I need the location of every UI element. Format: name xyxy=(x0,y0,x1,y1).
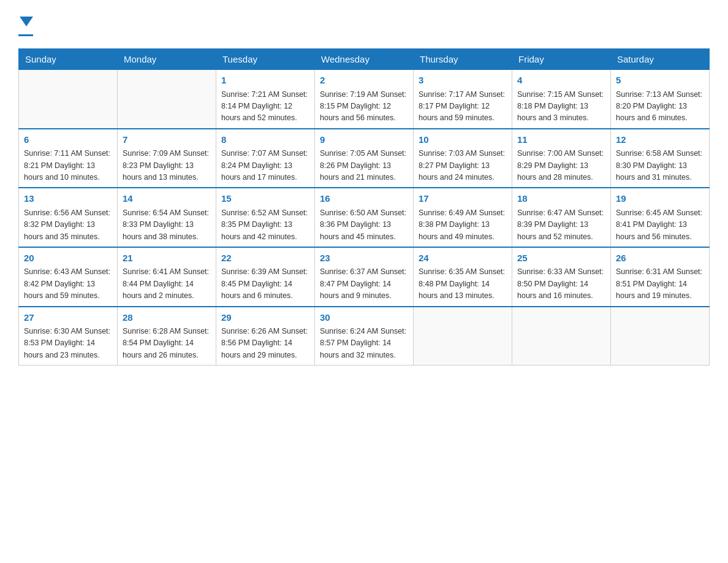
day-info: Sunrise: 7:11 AM Sunset: 8:21 PM Dayligh… xyxy=(24,148,112,183)
weekday-header-friday: Friday xyxy=(512,49,611,70)
day-number: 20 xyxy=(24,251,112,266)
weekday-header-saturday: Saturday xyxy=(611,49,710,70)
day-number: 12 xyxy=(616,133,704,147)
day-info: Sunrise: 7:13 AM Sunset: 8:20 PM Dayligh… xyxy=(616,89,704,124)
calendar-cell: 17Sunrise: 6:49 AM Sunset: 8:38 PM Dayli… xyxy=(414,188,512,247)
calendar-cell: 4Sunrise: 7:15 AM Sunset: 8:18 PM Daylig… xyxy=(512,70,611,129)
calendar-cell: 24Sunrise: 6:35 AM Sunset: 8:48 PM Dayli… xyxy=(414,247,512,307)
day-number: 18 xyxy=(517,192,605,206)
day-number: 9 xyxy=(320,133,408,147)
logo-triangle-icon xyxy=(20,17,33,26)
day-info: Sunrise: 6:39 AM Sunset: 8:45 PM Dayligh… xyxy=(221,266,309,302)
day-info: Sunrise: 7:03 AM Sunset: 8:27 PM Dayligh… xyxy=(419,148,507,183)
weekday-header-monday: Monday xyxy=(118,49,216,70)
day-info: Sunrise: 6:30 AM Sunset: 8:53 PM Dayligh… xyxy=(24,326,112,361)
week-row-3: 13Sunrise: 6:56 AM Sunset: 8:32 PM Dayli… xyxy=(19,188,710,247)
weekday-header-thursday: Thursday xyxy=(414,49,512,70)
day-info: Sunrise: 6:54 AM Sunset: 8:33 PM Dayligh… xyxy=(123,207,211,243)
day-info: Sunrise: 7:07 AM Sunset: 8:24 PM Dayligh… xyxy=(221,148,309,183)
day-info: Sunrise: 6:56 AM Sunset: 8:32 PM Dayligh… xyxy=(24,207,112,243)
day-number: 5 xyxy=(616,74,704,88)
calendar-cell: 12Sunrise: 6:58 AM Sunset: 8:30 PM Dayli… xyxy=(611,129,710,188)
calendar-cell: 29Sunrise: 6:26 AM Sunset: 8:56 PM Dayli… xyxy=(216,307,315,366)
day-number: 4 xyxy=(517,74,605,88)
weekday-header-row: SundayMondayTuesdayWednesdayThursdayFrid… xyxy=(19,49,710,70)
day-number: 1 xyxy=(221,74,309,88)
day-info: Sunrise: 6:58 AM Sunset: 8:30 PM Dayligh… xyxy=(616,148,704,183)
day-number: 28 xyxy=(123,311,211,325)
calendar-cell: 15Sunrise: 6:52 AM Sunset: 8:35 PM Dayli… xyxy=(216,188,315,247)
day-number: 30 xyxy=(320,311,408,325)
logo xyxy=(18,12,33,36)
calendar-cell: 2Sunrise: 7:19 AM Sunset: 8:15 PM Daylig… xyxy=(315,70,414,129)
day-number: 24 xyxy=(419,251,507,266)
day-number: 3 xyxy=(419,74,507,88)
day-info: Sunrise: 6:50 AM Sunset: 8:36 PM Dayligh… xyxy=(320,207,408,243)
calendar-cell: 5Sunrise: 7:13 AM Sunset: 8:20 PM Daylig… xyxy=(611,70,710,129)
calendar-cell: 25Sunrise: 6:33 AM Sunset: 8:50 PM Dayli… xyxy=(512,247,611,307)
day-info: Sunrise: 6:26 AM Sunset: 8:56 PM Dayligh… xyxy=(221,326,309,361)
calendar-cell xyxy=(118,70,216,129)
day-info: Sunrise: 6:33 AM Sunset: 8:50 PM Dayligh… xyxy=(517,266,605,302)
day-info: Sunrise: 7:09 AM Sunset: 8:23 PM Dayligh… xyxy=(123,148,211,183)
calendar-cell: 21Sunrise: 6:41 AM Sunset: 8:44 PM Dayli… xyxy=(118,247,216,307)
calendar-cell: 14Sunrise: 6:54 AM Sunset: 8:33 PM Dayli… xyxy=(118,188,216,247)
calendar-cell: 18Sunrise: 6:47 AM Sunset: 8:39 PM Dayli… xyxy=(512,188,611,247)
day-info: Sunrise: 6:49 AM Sunset: 8:38 PM Dayligh… xyxy=(419,207,507,243)
logo-underline xyxy=(18,34,33,36)
week-row-2: 6Sunrise: 7:11 AM Sunset: 8:21 PM Daylig… xyxy=(19,129,710,188)
calendar-cell: 3Sunrise: 7:17 AM Sunset: 8:17 PM Daylig… xyxy=(414,70,512,129)
day-info: Sunrise: 7:05 AM Sunset: 8:26 PM Dayligh… xyxy=(320,148,408,183)
week-row-1: 1Sunrise: 7:21 AM Sunset: 8:14 PM Daylig… xyxy=(19,70,710,129)
calendar-cell: 23Sunrise: 6:37 AM Sunset: 8:47 PM Dayli… xyxy=(315,247,414,307)
day-number: 19 xyxy=(616,192,704,206)
day-info: Sunrise: 7:21 AM Sunset: 8:14 PM Dayligh… xyxy=(221,89,309,124)
day-info: Sunrise: 7:00 AM Sunset: 8:29 PM Dayligh… xyxy=(517,148,605,183)
calendar-cell: 26Sunrise: 6:31 AM Sunset: 8:51 PM Dayli… xyxy=(611,247,710,307)
day-info: Sunrise: 6:24 AM Sunset: 8:57 PM Dayligh… xyxy=(320,326,408,361)
calendar-cell: 8Sunrise: 7:07 AM Sunset: 8:24 PM Daylig… xyxy=(216,129,315,188)
calendar-cell: 27Sunrise: 6:30 AM Sunset: 8:53 PM Dayli… xyxy=(19,307,118,366)
day-info: Sunrise: 6:41 AM Sunset: 8:44 PM Dayligh… xyxy=(123,266,211,302)
day-number: 23 xyxy=(320,251,408,266)
day-info: Sunrise: 6:45 AM Sunset: 8:41 PM Dayligh… xyxy=(616,207,704,243)
calendar-cell: 11Sunrise: 7:00 AM Sunset: 8:29 PM Dayli… xyxy=(512,129,611,188)
day-number: 7 xyxy=(123,133,211,147)
day-info: Sunrise: 7:17 AM Sunset: 8:17 PM Dayligh… xyxy=(419,89,507,124)
calendar-cell xyxy=(512,307,611,366)
day-number: 2 xyxy=(320,74,408,88)
day-number: 25 xyxy=(517,251,605,266)
day-number: 21 xyxy=(123,251,211,266)
day-info: Sunrise: 6:28 AM Sunset: 8:54 PM Dayligh… xyxy=(123,326,211,361)
day-number: 16 xyxy=(320,192,408,206)
day-info: Sunrise: 7:15 AM Sunset: 8:18 PM Dayligh… xyxy=(517,89,605,124)
calendar-cell: 9Sunrise: 7:05 AM Sunset: 8:26 PM Daylig… xyxy=(315,129,414,188)
day-number: 10 xyxy=(419,133,507,147)
calendar-cell: 1Sunrise: 7:21 AM Sunset: 8:14 PM Daylig… xyxy=(216,70,315,129)
day-number: 13 xyxy=(24,192,112,206)
logo-text xyxy=(18,12,33,33)
day-info: Sunrise: 7:19 AM Sunset: 8:15 PM Dayligh… xyxy=(320,89,408,124)
calendar-cell: 30Sunrise: 6:24 AM Sunset: 8:57 PM Dayli… xyxy=(315,307,414,366)
day-number: 22 xyxy=(221,251,309,266)
day-info: Sunrise: 6:31 AM Sunset: 8:51 PM Dayligh… xyxy=(616,266,704,302)
day-info: Sunrise: 6:52 AM Sunset: 8:35 PM Dayligh… xyxy=(221,207,309,243)
calendar-cell: 28Sunrise: 6:28 AM Sunset: 8:54 PM Dayli… xyxy=(118,307,216,366)
day-number: 29 xyxy=(221,311,309,325)
calendar-cell xyxy=(611,307,710,366)
day-number: 15 xyxy=(221,192,309,206)
day-info: Sunrise: 6:43 AM Sunset: 8:42 PM Dayligh… xyxy=(24,266,112,302)
calendar-cell: 7Sunrise: 7:09 AM Sunset: 8:23 PM Daylig… xyxy=(118,129,216,188)
day-info: Sunrise: 6:47 AM Sunset: 8:39 PM Dayligh… xyxy=(517,207,605,243)
calendar-cell: 22Sunrise: 6:39 AM Sunset: 8:45 PM Dayli… xyxy=(216,247,315,307)
day-info: Sunrise: 6:37 AM Sunset: 8:47 PM Dayligh… xyxy=(320,266,408,302)
calendar-cell xyxy=(414,307,512,366)
day-number: 17 xyxy=(419,192,507,206)
day-number: 8 xyxy=(221,133,309,147)
calendar-cell: 16Sunrise: 6:50 AM Sunset: 8:36 PM Dayli… xyxy=(315,188,414,247)
weekday-header-sunday: Sunday xyxy=(19,49,118,70)
weekday-header-wednesday: Wednesday xyxy=(315,49,414,70)
day-info: Sunrise: 6:35 AM Sunset: 8:48 PM Dayligh… xyxy=(419,266,507,302)
page-header xyxy=(18,12,710,36)
calendar-cell: 13Sunrise: 6:56 AM Sunset: 8:32 PM Dayli… xyxy=(19,188,118,247)
